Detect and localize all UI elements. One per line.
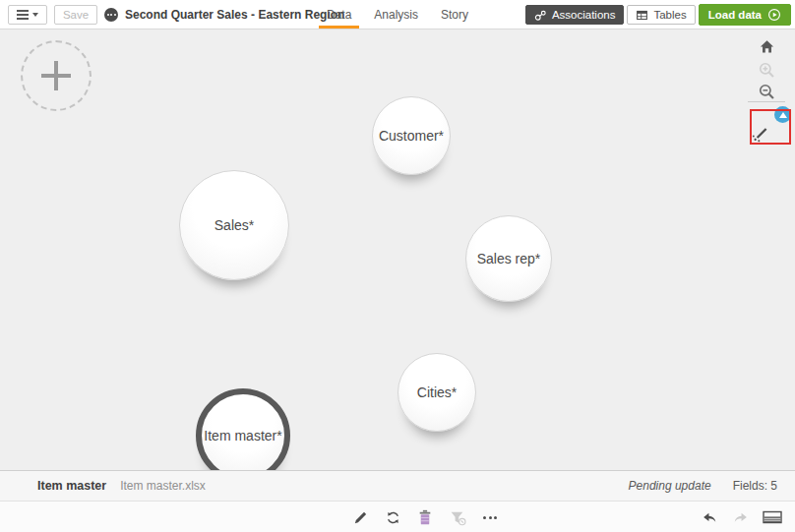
table-bubble[interactable]: Sales* <box>179 170 289 280</box>
more-options-button[interactable] <box>480 507 500 527</box>
selected-table-name: Item master <box>37 479 106 493</box>
load-data-button[interactable]: Load data <box>699 4 791 26</box>
view-tabs: Data Analysis Story <box>323 0 472 30</box>
recommendations-button[interactable] <box>752 111 781 143</box>
panel-layout-icon <box>763 509 782 525</box>
top-toolbar: Save Second Quarter Sales - Eastern Regi… <box>0 0 795 30</box>
selected-table-infobar: Item master Item master.xlsx Pending upd… <box>0 470 795 501</box>
table-bubble-label: Sales* <box>214 217 254 233</box>
plus-icon <box>41 61 71 90</box>
table-bubble-label: Sales rep* <box>477 251 541 266</box>
reload-table-button[interactable] <box>383 507 402 527</box>
tables-label: Tables <box>653 9 686 21</box>
filter-table-button[interactable] <box>448 507 467 527</box>
infobar-right-group: Pending update Fields: 5 <box>629 479 777 493</box>
filter-disabled-icon <box>450 509 466 526</box>
zoom-out-icon <box>758 83 776 101</box>
toggle-bottom-panel-button[interactable] <box>763 507 782 527</box>
table-grid-icon <box>636 9 648 22</box>
topbar-left-group: Save Second Quarter Sales - Eastern Regi… <box>8 0 344 30</box>
add-table-button[interactable] <box>21 40 92 111</box>
selected-table-file: Item master.xlsx <box>120 479 206 493</box>
ellipsis-icon <box>483 516 497 519</box>
tab-data[interactable]: Data <box>323 0 355 30</box>
play-circle-icon <box>767 8 781 22</box>
chevron-down-icon <box>32 13 38 17</box>
zoom-out-button[interactable] <box>754 81 779 102</box>
associations-button[interactable]: Associations <box>525 5 625 25</box>
redo-icon <box>732 508 750 526</box>
refresh-icon <box>385 509 401 526</box>
edit-table-button[interactable] <box>350 507 370 527</box>
magic-wand-icon <box>752 125 769 143</box>
tab-story[interactable]: Story <box>437 0 472 30</box>
app-options-icon[interactable] <box>104 8 118 22</box>
table-bubble[interactable]: Customer* <box>372 96 451 175</box>
undo-icon <box>701 508 718 526</box>
pencil-icon <box>352 509 369 526</box>
trash-icon <box>417 509 433 526</box>
global-menu-button[interactable] <box>8 5 47 25</box>
home-icon <box>759 38 775 55</box>
fields-count: Fields: 5 <box>733 479 777 493</box>
table-bubble-label: Cities* <box>417 384 457 400</box>
associations-icon <box>534 9 547 22</box>
tables-button[interactable]: Tables <box>627 5 695 25</box>
status-pending-update: Pending update <box>629 479 711 493</box>
table-bubble[interactable]: Cities* <box>398 353 476 432</box>
zoom-in-icon <box>758 61 776 80</box>
table-actions-group <box>350 502 500 532</box>
tab-analysis[interactable]: Analysis <box>370 0 422 30</box>
redo-button[interactable] <box>731 507 751 527</box>
table-bubble[interactable]: Item master* <box>196 388 290 470</box>
associations-label: Associations <box>552 9 616 21</box>
table-bubble-label: Item master* <box>204 428 281 443</box>
hamburger-icon <box>17 10 29 20</box>
delete-table-button[interactable] <box>415 507 435 527</box>
topbar-right-group: Associations Tables Load data <box>525 0 791 30</box>
history-group <box>700 502 782 532</box>
data-model-canvas: Customer*Sales*Sales rep*Cities*Item mas… <box>0 30 795 470</box>
zoom-in-button[interactable] <box>754 59 779 81</box>
undo-button[interactable] <box>700 507 719 527</box>
warning-triangle-icon <box>779 112 787 118</box>
home-button[interactable] <box>754 35 779 57</box>
app-title: Second Quarter Sales - Eastern Region <box>125 8 344 22</box>
recommendation-badge <box>774 106 791 123</box>
bottom-action-toolbar <box>0 501 795 532</box>
toolbar-divider <box>748 101 785 102</box>
load-data-label: Load data <box>708 9 762 21</box>
canvas-right-toolbar <box>754 30 779 187</box>
save-button[interactable]: Save <box>54 5 97 25</box>
table-bubble-label: Customer* <box>379 128 444 144</box>
table-bubble[interactable]: Sales rep* <box>465 215 552 302</box>
